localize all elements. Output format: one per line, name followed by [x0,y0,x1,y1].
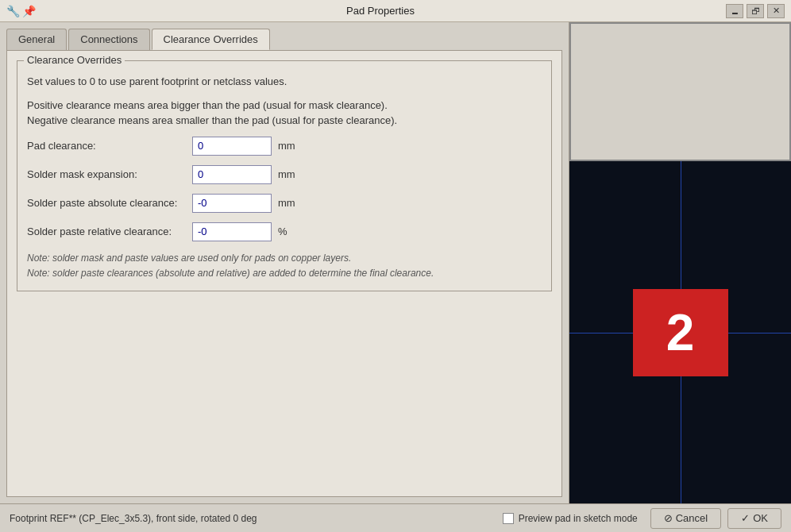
solder-mask-input[interactable] [192,165,272,184]
desc2-line1: Positive clearance means area bigger tha… [27,99,388,111]
preview-sketch-mode: Preview pad in sketch mode [503,513,638,524]
preview-checkbox[interactable] [503,513,514,524]
tabs-bar: General Connections Clearance Overrides [6,29,562,50]
preview-top [569,22,791,161]
pad-clearance-row: Pad clearance: mm [27,137,542,156]
left-panel: General Connections Clearance Overrides … [0,22,569,503]
preview-bottom: 2 [569,161,791,503]
tab-clearance-overrides[interactable]: Clearance Overrides [152,29,270,50]
titlebar-icons: 🔧 📌 [6,5,35,17]
right-panel: 2 [569,22,791,503]
note2: Note: solder paste clearances (absolute … [27,268,434,279]
notes: Note: solder mask and paste values are u… [27,251,542,281]
solder-paste-rel-unit: % [278,226,287,237]
pin-icon: 📌 [22,5,35,17]
clearance-overrides-group: Clearance Overrides Set values to 0 to u… [17,60,552,291]
pad-square: 2 [633,289,728,376]
ok-icon: ✓ [741,512,750,524]
solder-mask-label: Solder mask expansion: [27,168,186,180]
solder-paste-rel-input[interactable] [192,222,272,241]
status-buttons: ⊘ Cancel ✓ OK [650,508,781,529]
titlebar-controls: 🗕 🗗 ✕ [726,4,785,18]
desc2: Positive clearance means area bigger tha… [27,98,542,129]
tab-connections[interactable]: Connections [68,29,149,50]
statusbar: Footprint REF** (CP_Elec_3x5.3), front s… [0,503,791,532]
tab-general[interactable]: General [6,29,67,50]
solder-mask-row: Solder mask expansion: mm [27,165,542,184]
solder-paste-rel-label: Solder paste relative clearance: [27,226,186,237]
solder-mask-unit: mm [278,168,295,180]
solder-paste-rel-row: Solder paste relative clearance: % [27,222,542,241]
desc2-line2: Negative clearance means area smaller th… [27,114,397,126]
cancel-icon: ⊘ [664,512,673,524]
ok-button[interactable]: ✓ OK [727,508,781,529]
pad-number: 2 [666,303,695,362]
content-area: Clearance Overrides Set values to 0 to u… [6,50,562,497]
solder-paste-abs-row: Solder paste absolute clearance: mm [27,194,542,213]
cancel-button[interactable]: ⊘ Cancel [650,508,721,529]
pad-clearance-input[interactable] [192,137,272,156]
solder-paste-abs-label: Solder paste absolute clearance: [27,197,186,209]
titlebar: 🔧 📌 Pad Properties 🗕 🗗 ✕ [0,0,791,22]
window-title: Pad Properties [35,5,726,17]
group-title: Clearance Overrides [24,54,125,66]
titlebar-left: 🔧 📌 [6,5,35,17]
app-icon: 🔧 [6,5,19,17]
restore-button[interactable]: 🗗 [747,4,764,18]
desc1: Set values to 0 to use parent footprint … [27,74,542,90]
pad-clearance-label: Pad clearance: [27,140,186,152]
pad-clearance-unit: mm [278,140,295,152]
solder-paste-abs-unit: mm [278,197,295,209]
minimize-button[interactable]: 🗕 [726,4,743,18]
ok-label: OK [753,512,768,524]
close-button[interactable]: ✕ [767,4,785,18]
solder-paste-abs-input[interactable] [192,194,272,213]
note1: Note: solder mask and paste values are u… [27,253,351,264]
cancel-label: Cancel [676,512,708,524]
main-container: General Connections Clearance Overrides … [0,22,791,503]
preview-checkbox-label: Preview pad in sketch mode [519,513,638,524]
footprint-info: Footprint REF** (CP_Elec_3x5.3), front s… [10,513,257,524]
